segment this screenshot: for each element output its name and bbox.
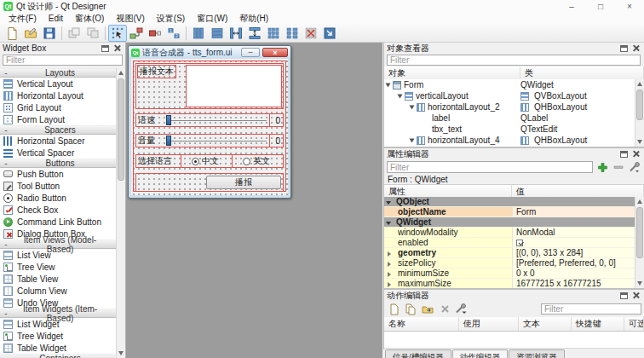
form-designer-window[interactable]: Qt 语音合成器 - tts_form.ui – × 播报文本 语速 0 [128,45,291,199]
checkbox-checked-icon[interactable] [516,240,523,246]
expand-icon[interactable] [388,282,391,287]
close-panel-icon[interactable] [632,150,640,158]
property-name[interactable]: windowModality [384,228,512,237]
column-shortcut[interactable]: 快捷键 [572,317,624,331]
expand-icon[interactable] [388,251,391,257]
widget-tree-widget[interactable]: Tree Widget [0,330,125,342]
menu-edit[interactable]: Edit [43,13,69,24]
edit-signals-slots-icon[interactable] [127,25,146,42]
property-editor-scrollbar[interactable] [635,197,644,288]
layout-grid-icon[interactable] [264,25,283,42]
property-name[interactable]: enabled [384,238,512,247]
property-name[interactable]: geometry [384,248,512,257]
property-name[interactable]: minimumSize [384,268,512,278]
widget-tool-button[interactable]: Tool Button [0,180,125,192]
menu-help[interactable]: 帮助(H) [233,13,274,24]
column-text[interactable]: 文本 [519,317,572,331]
property-name[interactable]: sizePolicy [384,258,512,268]
category-spacers[interactable]: -Spacers [0,125,125,135]
edit-tab-order-icon[interactable]: 12 [164,25,183,42]
layout-horizontal-splitter-icon[interactable] [227,25,245,42]
scroll-down-icon[interactable] [637,140,642,144]
new-form-icon[interactable] [3,25,21,42]
scrollbar-thumb[interactable] [118,78,124,181]
text-label[interactable]: 播报文本 [137,65,176,78]
maximize-icon[interactable]: □ [586,0,615,13]
minimize-icon[interactable]: – [557,0,586,13]
scroll-down-icon[interactable] [118,351,124,355]
float-panel-icon[interactable] [620,292,628,299]
expand-icon[interactable] [386,83,391,87]
expand-icon[interactable] [388,272,391,277]
property-value[interactable]: NonModal [512,228,644,237]
adjust-size-icon[interactable] [320,25,339,42]
tree-row-label[interactable]: label QLabel [384,113,644,124]
widget-push-button[interactable]: Push Button [0,168,125,180]
category-item-widgets[interactable]: -Item Widgets (Item-Based) [0,309,125,318]
window-back-icon[interactable] [65,25,83,42]
float-panel-icon[interactable] [620,151,628,158]
window-front-icon[interactable] [83,25,102,42]
scrollbar-thumb[interactable] [636,90,643,120]
widget-horizontal-layout[interactable]: Horizontal Layout [0,90,125,101]
property-value[interactable]: 0 x 0 [512,268,644,278]
configure-action-editor-icon[interactable] [455,303,469,315]
open-form-icon[interactable] [21,25,40,42]
layout-form-icon[interactable] [283,25,302,42]
tree-row-horizontallayout4[interactable]: horizontalLayout_4 QHBoxLayout [384,135,644,146]
form-close-icon[interactable]: × [262,48,288,57]
new-action-icon[interactable] [387,303,400,315]
form-window-titlebar[interactable]: Qt 语音合成器 - tts_form.ui – × [129,46,290,59]
property-value[interactable]: Form [512,207,644,217]
layout-horizontal-icon[interactable] [189,25,208,42]
widget-table-widget[interactable]: Table Widget [0,342,125,354]
form-minimize-icon[interactable]: – [241,48,260,57]
close-panel-icon[interactable] [632,44,640,52]
add-dynamic-property-icon[interactable] [595,161,609,173]
go-to-slot-icon[interactable] [421,303,434,315]
float-panel-icon[interactable] [620,45,628,52]
object-inspector-filter-input[interactable] [387,55,641,66]
property-row-windowmodality[interactable]: windowModality NonModal [384,228,644,238]
property-value[interactable]: 16777215 x 16777215 [512,279,644,288]
property-name[interactable]: maximumSize [384,279,512,288]
expand-icon[interactable] [388,262,391,267]
scroll-up-icon[interactable] [637,199,642,204]
save-form-icon[interactable] [40,25,59,42]
scroll-up-icon[interactable] [118,71,124,75]
column-checkable[interactable]: 可选的 [624,317,644,331]
tree-row-horizontallayout2[interactable]: horizontalLayout_2 QHBoxLayout [384,101,644,113]
expand-icon[interactable] [398,94,403,98]
property-group-qobject[interactable]: QObject [384,197,644,207]
menu-file[interactable]: 文件(F) [3,13,43,24]
widget-vertical-spacer[interactable]: Vertical Spacer [0,147,125,159]
radio-chinese[interactable]: 中文 [181,155,232,167]
property-row-minimumsize[interactable]: minimumSize 0 x 0 [384,268,644,279]
remove-dynamic-property-icon[interactable] [612,161,625,173]
tree-row-tbx-text[interactable]: tbx_text QTextEdit [384,124,644,135]
category-item-views[interactable]: -Item Views (Model-Based) [0,240,125,249]
edit-widgets-icon[interactable] [108,25,127,42]
widget-command-link-button[interactable]: Command Link Button [0,216,125,228]
column-name[interactable]: 名称 [384,317,459,331]
volume-slider-handle[interactable] [166,136,171,146]
column-used[interactable]: 使用 [459,317,519,331]
column-class[interactable]: 类 [520,66,644,80]
volume-label[interactable]: 音量 [136,135,164,147]
close-icon[interactable]: × [615,0,644,13]
tab-resource-browser[interactable]: 资源浏览器 [509,349,565,358]
property-name[interactable]: objectName [384,207,512,217]
expand-icon[interactable] [410,138,415,142]
text-edit[interactable] [186,65,282,107]
widget-column-view[interactable]: Column View [0,285,125,297]
configure-property-editor-icon[interactable] [628,161,641,173]
category-layouts[interactable]: -Layouts [0,68,125,78]
column-object[interactable]: 对象 [384,66,520,80]
category-containers[interactable]: -Containers [0,354,125,358]
widget-check-box[interactable]: Check Box [0,204,125,216]
category-buttons[interactable]: -Buttons [0,159,125,168]
speed-label[interactable]: 语速 [136,114,164,126]
property-row-sizepolicy[interactable]: sizePolicy [Preferred, Preferred, 0, 0] [384,258,644,268]
property-filter-input[interactable] [387,161,593,173]
tab-signal-slot-editor[interactable]: 信号/槽编辑器 [385,349,451,358]
